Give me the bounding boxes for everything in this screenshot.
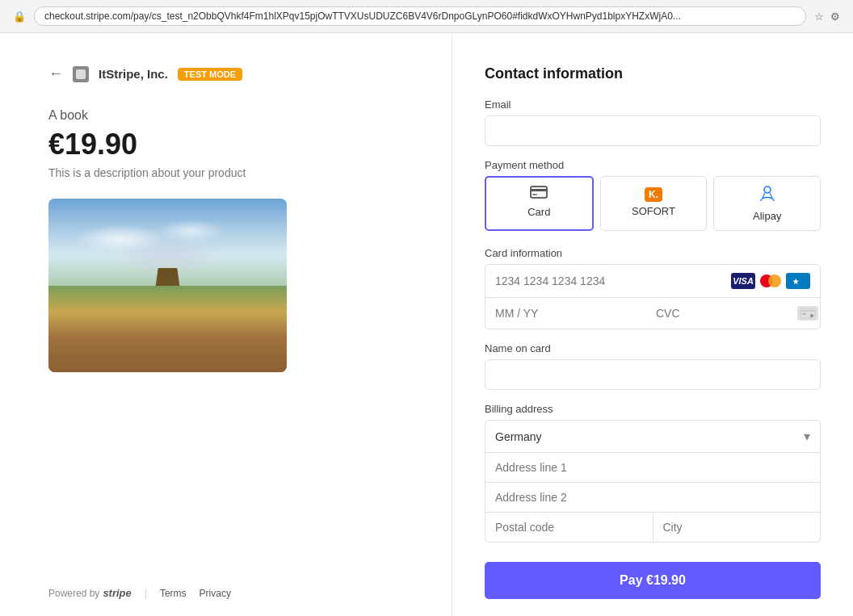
name-on-card-input[interactable] (485, 359, 821, 390)
name-on-card-group: Name on card (485, 342, 821, 390)
browser-icons: ☆ ⚙ (814, 10, 840, 23)
postal-code-cell (485, 513, 653, 542)
pay-button[interactable]: Pay €19.90 (485, 562, 821, 599)
right-panel: Contact information Email Payment method (452, 33, 853, 616)
svg-rect-1 (531, 186, 547, 198)
card-info-group: Card information VISA ★ (485, 247, 821, 329)
address-bottom-row (485, 513, 820, 542)
star-icon[interactable]: ☆ (814, 10, 824, 23)
svg-point-4 (764, 186, 771, 193)
tab-alipay[interactable]: Alipay (713, 176, 821, 231)
cvc-input[interactable] (656, 307, 797, 320)
left-footer: Powered by stripe | Terms Privacy (48, 555, 403, 599)
city-cell (653, 513, 821, 542)
extension-icon[interactable]: ⚙ (830, 10, 840, 23)
contact-title: Contact information (485, 65, 821, 82)
alipay-tab-icon (758, 185, 777, 207)
company-icon (73, 66, 89, 82)
visa-logo: VISA (731, 273, 755, 289)
card-tab-label: Card (527, 206, 550, 218)
powered-by: Powered by stripe (48, 587, 132, 599)
email-label: Email (485, 98, 821, 111)
address-line1-row (485, 453, 820, 483)
powered-by-label: Powered by (48, 588, 99, 599)
chevron-down-icon: ▾ (804, 429, 810, 444)
address-line2-input[interactable] (495, 491, 810, 504)
product-description: This is a description about your product (48, 166, 403, 179)
mastercard-logo (758, 273, 783, 289)
svg-rect-10 (802, 313, 806, 315)
address-line2-row (485, 483, 820, 513)
email-group: Email (485, 98, 821, 146)
product-name: A book (48, 108, 403, 123)
terms-link[interactable]: Terms (160, 588, 187, 599)
card-expiry-row (485, 298, 820, 329)
svg-line-5 (763, 193, 765, 198)
billing-address-group: Billing address Germany ▾ (485, 403, 821, 543)
payment-methods: Card K. SOFORT (485, 176, 821, 231)
cvc-icon (797, 306, 818, 321)
postal-code-input[interactable] (495, 521, 643, 534)
footer-divider: | (145, 588, 147, 599)
svg-text:★: ★ (792, 278, 800, 286)
browser-url: checkout.stripe.com/pay/cs_test_n2ObbQVh… (34, 6, 806, 26)
company-name: ItStripe, Inc. (99, 67, 168, 81)
sofort-tab-icon: K. (645, 185, 662, 202)
country-select-row[interactable]: Germany ▾ (485, 421, 820, 453)
country-value: Germany (495, 430, 804, 443)
svg-point-11 (810, 314, 813, 317)
amex-logo: ★ (786, 273, 810, 289)
payment-method-label: Payment method (485, 159, 821, 171)
product-image (48, 199, 287, 372)
test-mode-badge: TEST MODE (178, 68, 242, 81)
billing-address-label: Billing address (485, 403, 821, 415)
card-number-input[interactable] (495, 274, 725, 287)
browser-bar: 🔒 checkout.stripe.com/pay/cs_test_n2ObbQ… (0, 0, 853, 33)
svg-rect-2 (531, 189, 547, 191)
card-info-label: Card information (485, 247, 821, 259)
card-number-row: VISA ★ (485, 265, 820, 298)
left-nav: ← ItStripe, Inc. TEST MODE (48, 65, 403, 82)
card-cvc-row (646, 298, 821, 329)
payment-method-group: Payment method Card K. (485, 159, 821, 231)
name-on-card-label: Name on card (485, 342, 821, 354)
left-panel: ← ItStripe, Inc. TEST MODE A book €19.90… (0, 33, 452, 616)
billing-address-box: Germany ▾ (485, 420, 821, 543)
back-button[interactable]: ← (48, 65, 63, 82)
svg-rect-0 (76, 69, 86, 79)
svg-rect-3 (532, 194, 537, 195)
city-input[interactable] (663, 521, 811, 534)
product-price: €19.90 (48, 128, 403, 161)
privacy-link[interactable]: Privacy (200, 588, 231, 599)
card-info-box: VISA ★ (485, 264, 821, 329)
card-tab-icon (530, 186, 548, 203)
tab-card[interactable]: Card (485, 176, 594, 231)
svg-line-6 (770, 193, 772, 198)
alipay-tab-label: Alipay (753, 210, 781, 222)
stripe-logo: stripe (103, 587, 131, 599)
lock-icon: 🔒 (13, 10, 26, 23)
expiry-input[interactable] (485, 298, 646, 329)
card-logos: VISA ★ (731, 273, 810, 289)
sofort-tab-label: SOFORT (632, 205, 675, 217)
address-line1-input[interactable] (495, 461, 810, 474)
email-input[interactable] (485, 115, 821, 146)
tab-sofort[interactable]: K. SOFORT (600, 176, 708, 231)
